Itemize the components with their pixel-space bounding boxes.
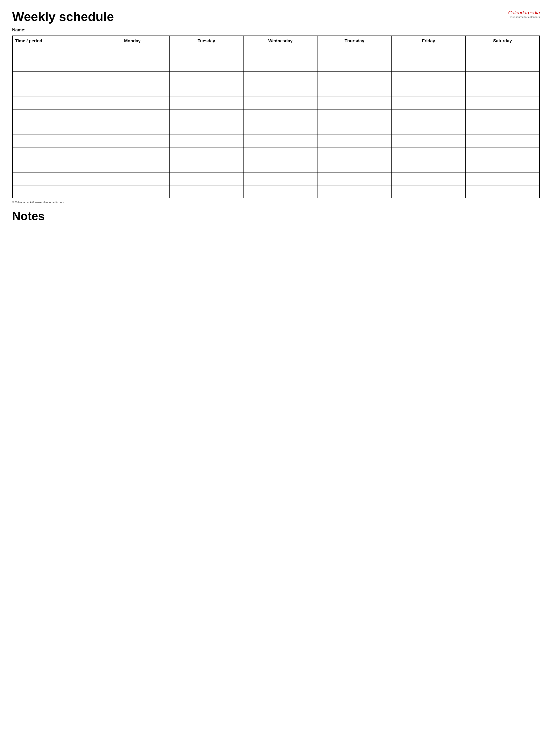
table-cell[interactable] [466,122,540,135]
table-cell[interactable] [244,185,317,198]
page-title: Weekly schedule [12,10,114,24]
table-cell[interactable] [169,110,243,122]
table-cell[interactable] [466,185,540,198]
table-cell[interactable] [95,122,169,135]
table-cell[interactable] [169,147,243,160]
table-cell[interactable] [169,97,243,110]
table-cell[interactable] [317,122,391,135]
table-cell[interactable] [169,135,243,147]
table-cell[interactable] [466,97,540,110]
table-cell[interactable] [95,147,169,160]
table-cell[interactable] [391,110,465,122]
table-cell[interactable] [466,72,540,84]
table-cell[interactable] [317,135,391,147]
table-cell[interactable] [317,185,391,198]
table-cell[interactable] [12,72,95,84]
table-cell[interactable] [169,84,243,97]
table-cell[interactable] [244,122,317,135]
table-cell[interactable] [317,84,391,97]
table-cell[interactable] [244,173,317,185]
table-cell[interactable] [391,185,465,198]
table-cell[interactable] [391,173,465,185]
table-row [12,84,540,97]
table-cell[interactable] [244,84,317,97]
table-row [12,147,540,160]
table-cell[interactable] [95,72,169,84]
table-cell[interactable] [466,84,540,97]
page-header: Weekly schedule Calendarpedia Your sourc… [12,10,540,24]
table-cell[interactable] [466,173,540,185]
table-cell[interactable] [391,122,465,135]
table-cell[interactable] [12,160,95,173]
table-cell[interactable] [466,59,540,72]
table-cell[interactable] [12,84,95,97]
table-cell[interactable] [317,110,391,122]
table-cell[interactable] [12,110,95,122]
table-cell[interactable] [466,46,540,59]
table-cell[interactable] [317,147,391,160]
table-cell[interactable] [391,59,465,72]
table-row [12,185,540,198]
table-row [12,173,540,185]
table-cell[interactable] [244,46,317,59]
table-cell[interactable] [169,160,243,173]
table-cell[interactable] [391,97,465,110]
brand-name: Calendarpedia [508,10,540,16]
col-header-monday: Monday [95,36,169,46]
table-cell[interactable] [169,46,243,59]
table-cell[interactable] [12,97,95,110]
table-cell[interactable] [95,185,169,198]
table-cell[interactable] [466,110,540,122]
table-cell[interactable] [391,147,465,160]
table-cell[interactable] [12,185,95,198]
table-cell[interactable] [317,72,391,84]
copyright-text: © Calendarpedia® www.calendarpedia.com [12,201,540,204]
table-cell[interactable] [169,173,243,185]
table-cell[interactable] [244,97,317,110]
table-cell[interactable] [169,185,243,198]
table-cell[interactable] [12,46,95,59]
table-cell[interactable] [95,84,169,97]
table-cell[interactable] [244,110,317,122]
table-row [12,110,540,122]
table-cell[interactable] [391,135,465,147]
table-cell[interactable] [12,59,95,72]
table-cell[interactable] [95,110,169,122]
table-cell[interactable] [244,147,317,160]
schedule-table: Time / period Monday Tuesday Wednesday T… [12,35,540,198]
table-cell[interactable] [317,173,391,185]
table-cell[interactable] [317,160,391,173]
table-cell[interactable] [317,59,391,72]
table-cell[interactable] [169,122,243,135]
table-cell[interactable] [244,135,317,147]
table-cell[interactable] [391,160,465,173]
table-cell[interactable] [95,97,169,110]
table-cell[interactable] [317,46,391,59]
table-cell[interactable] [391,84,465,97]
table-cell[interactable] [391,46,465,59]
table-cell[interactable] [95,46,169,59]
table-cell[interactable] [95,173,169,185]
table-row [12,135,540,147]
table-cell[interactable] [12,135,95,147]
col-header-time: Time / period [12,36,95,46]
notes-title: Notes [12,210,540,223]
table-cell[interactable] [466,160,540,173]
col-header-saturday: Saturday [466,36,540,46]
table-cell[interactable] [466,135,540,147]
table-cell[interactable] [391,72,465,84]
table-cell[interactable] [95,59,169,72]
table-cell[interactable] [169,72,243,84]
table-cell[interactable] [244,160,317,173]
table-cell[interactable] [244,72,317,84]
table-cell[interactable] [12,173,95,185]
table-cell[interactable] [317,97,391,110]
table-cell[interactable] [466,147,540,160]
table-cell[interactable] [12,122,95,135]
col-header-wednesday: Wednesday [244,36,317,46]
table-cell[interactable] [95,135,169,147]
table-cell[interactable] [244,59,317,72]
table-cell[interactable] [12,147,95,160]
table-cell[interactable] [95,160,169,173]
table-cell[interactable] [169,59,243,72]
